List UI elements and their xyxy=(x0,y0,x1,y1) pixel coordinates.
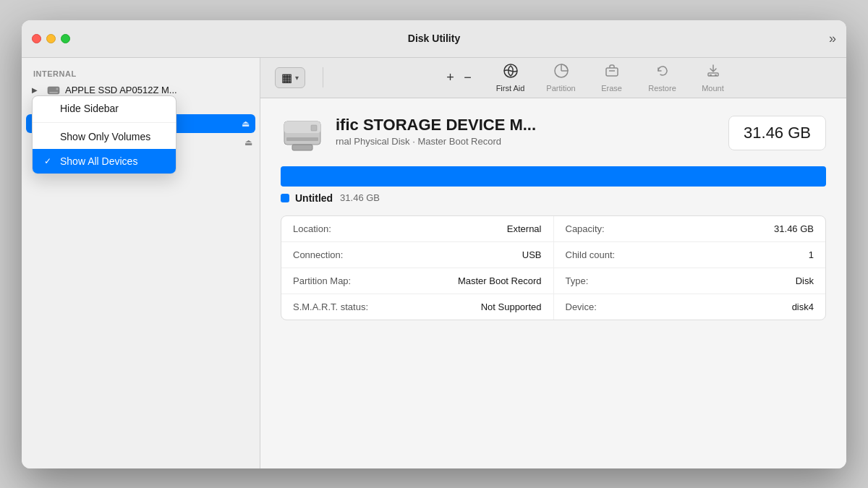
info-cell-right: Device:disk4 xyxy=(553,294,826,320)
first-aid-icon xyxy=(503,63,519,82)
info-row: Connection:USBChild count:1 xyxy=(281,242,825,268)
info-cell-left: Connection:USB xyxy=(281,242,553,267)
toolbar: ▦ ▾ + − xyxy=(260,58,846,98)
info-cell-right: Capacity:31.46 GB xyxy=(553,216,826,241)
info-val: External xyxy=(507,223,542,234)
close-button[interactable] xyxy=(32,34,41,43)
partition-icon xyxy=(553,63,569,82)
sidebar-toggle-icon: ▦ xyxy=(281,71,292,85)
info-key: Connection: xyxy=(293,249,343,260)
maximize-button[interactable] xyxy=(61,34,70,43)
svg-rect-1 xyxy=(49,92,58,93)
info-cell-left: Location:External xyxy=(281,216,553,241)
titlebar-right: » xyxy=(829,31,836,46)
toolbar-left: ▦ ▾ xyxy=(275,67,305,88)
info-cell-left: Partition Map:Master Boot Record xyxy=(281,268,553,294)
info-key: Device: xyxy=(566,301,597,312)
svg-rect-22 xyxy=(311,125,317,131)
dropdown-divider xyxy=(33,122,176,123)
content-area: ific STORAGE DEVICE M... rnal Physical D… xyxy=(260,98,846,468)
info-key: Type: xyxy=(566,275,589,286)
info-row: Partition Map:Master Boot RecordType:Dis… xyxy=(281,268,825,294)
info-key: S.M.A.R.T. status: xyxy=(293,301,368,312)
partition-label: Partition xyxy=(546,84,575,93)
info-val: USB xyxy=(522,249,542,260)
check-mark-icon: ✓ xyxy=(44,156,54,166)
legend-dot xyxy=(281,194,289,202)
info-val: disk4 xyxy=(792,301,814,312)
erase-button[interactable]: Erase xyxy=(594,63,630,93)
first-aid-button[interactable]: First Aid xyxy=(493,63,529,93)
partition-bar-container: Untitled 31.46 GB xyxy=(281,166,826,204)
device-meta: rnal Physical Disk · Master Boot Record xyxy=(336,136,717,147)
restore-button[interactable]: Restore xyxy=(644,63,681,93)
svg-rect-16 xyxy=(710,74,712,76)
info-row: S.M.A.R.T. status:Not SupportedDevice:di… xyxy=(281,294,825,320)
more-icon[interactable]: » xyxy=(829,31,836,46)
mount-button[interactable]: Mount xyxy=(695,63,731,93)
info-val: Not Supported xyxy=(481,301,542,312)
mount-icon xyxy=(705,63,721,82)
main-window: Disk Utility » Internal ▶ APPLE SSD AP05… xyxy=(22,20,846,468)
show-all-devices-item[interactable]: ✓ Show All Devices xyxy=(33,149,176,174)
svg-rect-13 xyxy=(606,68,618,76)
toolbar-separator xyxy=(323,67,323,87)
volume-eject-icon[interactable]: ⏏ xyxy=(244,137,252,147)
first-aid-label: First Aid xyxy=(496,84,525,93)
info-key: Location: xyxy=(293,223,331,234)
info-val: 31.46 GB xyxy=(774,223,814,234)
device-size: 31.46 GB xyxy=(728,116,826,150)
info-key: Capacity: xyxy=(566,223,605,234)
device-name: ific STORAGE DEVICE M... xyxy=(336,116,717,134)
titlebar: Disk Utility » xyxy=(22,20,846,58)
minimize-button[interactable] xyxy=(46,34,56,43)
show-only-volumes-item[interactable]: Show Only Volumes xyxy=(33,124,176,149)
partition-button[interactable]: Partition xyxy=(543,63,579,93)
device-info: ific STORAGE DEVICE M... rnal Physical D… xyxy=(336,116,717,147)
info-key: Partition Map: xyxy=(293,275,351,286)
partition-size: 31.46 GB xyxy=(340,192,380,203)
add-remove-group: + − xyxy=(442,69,478,86)
info-val: 1 xyxy=(809,249,814,260)
dropdown-arrow: ▾ xyxy=(295,74,299,82)
mount-label: Mount xyxy=(702,84,724,93)
window-title: Disk Utility xyxy=(408,33,460,44)
toolbar-actions: + − First Aid xyxy=(341,63,832,93)
info-val: Disk xyxy=(796,275,814,286)
device-header: ific STORAGE DEVICE M... rnal Physical D… xyxy=(281,116,826,152)
window-body: Internal ▶ APPLE SSD AP0512Z M... Extern… xyxy=(22,58,846,468)
disk-icon xyxy=(46,85,61,96)
dropdown-menu: Hide Sidebar Show Only Volumes ✓ Show Al… xyxy=(32,95,176,174)
add-button[interactable]: + xyxy=(442,69,459,86)
partition-legend: Untitled 31.46 GB xyxy=(281,192,826,204)
info-table: Location:ExternalCapacity:31.46 GBConnec… xyxy=(281,215,826,320)
info-cell-left: S.M.A.R.T. status:Not Supported xyxy=(281,294,553,320)
internal-section-label: Internal xyxy=(22,67,260,81)
svg-rect-17 xyxy=(715,74,717,76)
sidebar-toggle[interactable]: ▦ ▾ xyxy=(275,67,305,88)
remove-button[interactable]: − xyxy=(459,69,477,86)
partition-name: Untitled xyxy=(295,192,333,204)
svg-point-2 xyxy=(56,87,59,90)
info-val: Master Boot Record xyxy=(458,275,542,286)
erase-icon xyxy=(604,63,620,82)
restore-icon xyxy=(655,63,671,82)
svg-rect-20 xyxy=(292,145,312,150)
partition-bar xyxy=(281,166,826,187)
info-cell-right: Child count:1 xyxy=(553,242,826,267)
info-key: Child count: xyxy=(566,249,616,260)
erase-label: Erase xyxy=(601,84,622,93)
info-cell-right: Type:Disk xyxy=(553,268,826,294)
info-row: Location:ExternalCapacity:31.46 GB xyxy=(281,216,825,242)
eject-icon[interactable]: ⏏ xyxy=(242,119,250,129)
internal-disk-label: APPLE SSD AP0512Z M... xyxy=(65,85,252,95)
traffic-lights xyxy=(32,34,70,43)
hide-sidebar-item[interactable]: Hide Sidebar xyxy=(33,96,176,121)
disclosure-icon: ▶ xyxy=(32,86,42,94)
restore-label: Restore xyxy=(648,84,676,93)
device-icon xyxy=(281,116,324,152)
svg-rect-21 xyxy=(286,137,318,141)
